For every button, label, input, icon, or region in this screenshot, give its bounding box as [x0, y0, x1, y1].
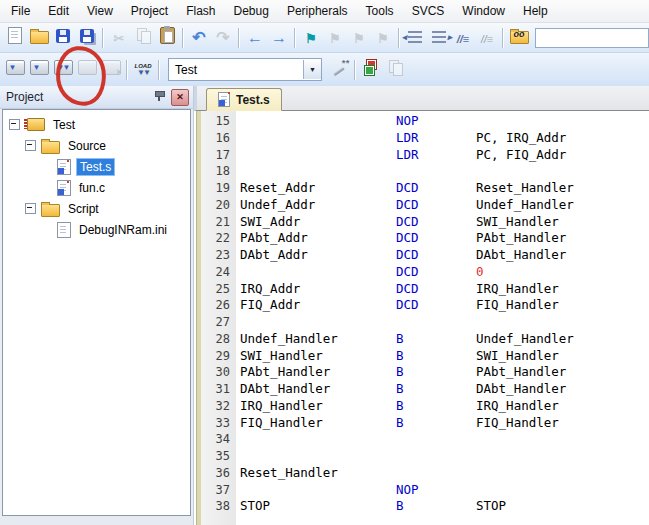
build-toolbar: ▼▼▼▼×LOAD▼▼Test▼	[0, 53, 649, 87]
close-panel-button[interactable]: ✕	[171, 89, 189, 106]
tree-item-debuginram-ini[interactable]: DebugINRam.ini	[3, 219, 190, 240]
next-bookmark-button: ⚑	[347, 27, 371, 49]
tree-item-label: fun.c	[76, 180, 108, 196]
paste-button[interactable]	[155, 27, 179, 49]
code-view[interactable]: 15NOP16LDRPC, IRQ_Addr17LDRPC, FIQ_Addr1…	[194, 113, 649, 515]
options-for-target-button[interactable]	[327, 59, 351, 81]
build-button[interactable]: ▼	[27, 59, 51, 81]
menu-item-project[interactable]: Project	[122, 1, 177, 21]
unindent-button[interactable]: ◂	[403, 27, 427, 49]
tree-item-test-s[interactable]: Test.s	[3, 156, 190, 177]
save-all-button[interactable]	[75, 27, 99, 49]
code-mnemonic: DCD	[396, 180, 476, 197]
indent-button[interactable]: ▸	[427, 27, 451, 49]
code-line: 28Undef_HandlerBUndef_Handler	[194, 331, 649, 348]
download-button[interactable]: LOAD▼▼	[131, 59, 155, 81]
code-label: IRQ_Handler	[240, 398, 396, 415]
tree-item-label: DebugINRam.ini	[76, 222, 170, 238]
toolbar-separator	[502, 28, 504, 48]
code-operand: PAbt_Handler	[476, 230, 566, 247]
code-operand: Reset_Handler	[476, 180, 574, 197]
menu-item-svcs[interactable]: SVCS	[403, 1, 454, 21]
menu-item-edit[interactable]: Edit	[39, 1, 78, 21]
code-label	[240, 147, 396, 164]
tree-item-test[interactable]: Test	[3, 114, 190, 135]
menu-item-view[interactable]: View	[78, 1, 122, 21]
undo-icon: ↶	[192, 29, 205, 47]
code-line: 33FIQ_HandlerBFIQ_Handler	[194, 415, 649, 432]
tree-item-script[interactable]: Script	[3, 198, 190, 219]
code-label: Undef_Handler	[240, 331, 396, 348]
line-number: 27	[194, 314, 240, 331]
code-mnemonic: DCD	[396, 247, 476, 264]
collapse-expander-icon[interactable]	[25, 203, 36, 214]
bookmark-gray-icon: ⚑	[353, 29, 365, 47]
code-label	[240, 482, 396, 499]
code-mnemonic: B	[396, 398, 476, 415]
indent-icon: ▸	[432, 29, 446, 47]
bookmark-icon: ⚑	[305, 29, 317, 47]
code-line: 19Reset_AddrDCDReset_Handler	[194, 180, 649, 197]
menu-item-flash[interactable]: Flash	[177, 1, 224, 21]
undo-button[interactable]: ↶	[187, 27, 211, 49]
chevron-down-icon[interactable]: ▼	[303, 60, 321, 79]
code-line: 21SWI_AddrDCDSWI_Handler	[194, 214, 649, 231]
insert-bookmark-button[interactable]: ⚑	[299, 27, 323, 49]
pin-icon[interactable]	[153, 91, 165, 104]
code-operand: STOP	[476, 498, 506, 515]
line-number: 15	[194, 113, 240, 130]
menu-item-window[interactable]: Window	[453, 1, 514, 21]
cut-icon: ✂	[114, 29, 125, 47]
code-operand: DAbt_Handler	[476, 381, 566, 398]
find-in-files-button[interactable]: oo	[507, 27, 531, 49]
file-src-icon	[57, 159, 71, 175]
editor-body[interactable]: 15NOP16LDRPC, IRQ_Addr17LDRPC, FIQ_Addr1…	[194, 111, 649, 525]
code-line: 27	[194, 314, 649, 331]
code-line: 26FIQ_AddrDCDFIQ_Handler	[194, 297, 649, 314]
line-number: 38	[194, 498, 240, 515]
open-file-button[interactable]	[27, 27, 51, 49]
navigate-forward-button[interactable]: →	[267, 27, 291, 49]
code-label: PAbt_Addr	[240, 230, 396, 247]
line-number: 22	[194, 230, 240, 247]
stop-build-button: ×	[99, 59, 123, 81]
menu-item-peripherals[interactable]: Peripherals	[278, 1, 357, 21]
code-line: 35	[194, 448, 649, 465]
new-file-button[interactable]	[3, 27, 27, 49]
collapse-expander-icon[interactable]	[9, 119, 20, 130]
menu-item-tools[interactable]: Tools	[357, 1, 403, 21]
line-number: 21	[194, 214, 240, 231]
manage-run-time-environment-button[interactable]	[359, 59, 383, 81]
tab-test-s[interactable]: Test.s	[206, 88, 282, 111]
tree-item-label: Test.s	[76, 158, 115, 176]
menu-item-debug[interactable]: Debug	[225, 1, 278, 21]
bookmark-gray-icon: ⚑	[329, 29, 341, 47]
target-selector[interactable]: Test▼	[168, 58, 322, 81]
line-number: 30	[194, 364, 240, 381]
menu-item-file[interactable]: File	[2, 1, 39, 21]
translate-button[interactable]: ▼	[3, 59, 27, 81]
code-operand: SWI_Handler	[476, 348, 559, 365]
code-operand: Undef_Handler	[476, 197, 574, 214]
code-label	[240, 431, 396, 448]
rebuild-button[interactable]: ▼▼	[51, 59, 75, 81]
find-text-input[interactable]	[535, 28, 649, 48]
code-mnemonic: B	[396, 415, 476, 432]
code-mnemonic: DCD	[396, 281, 476, 298]
code-line: 38STOPBSTOP	[194, 498, 649, 515]
collapse-expander-icon[interactable]	[25, 140, 36, 151]
comment-selection-button[interactable]: //≡	[451, 27, 475, 49]
code-operand: PC, IRQ_Addr	[476, 130, 566, 147]
cut-button: ✂	[107, 27, 131, 49]
code-mnemonic: B	[396, 348, 476, 365]
code-mnemonic	[396, 314, 476, 331]
rebuild-icon: ▼▼	[54, 60, 73, 79]
code-label	[240, 314, 396, 331]
line-number: 24	[194, 264, 240, 281]
tree-item-source[interactable]: Source	[3, 135, 190, 156]
navigate-back-button[interactable]: ←	[243, 27, 267, 49]
save-button[interactable]	[51, 27, 75, 49]
open-folder-icon	[30, 27, 49, 48]
menu-item-help[interactable]: Help	[514, 1, 557, 21]
tree-item-fun-c[interactable]: fun.c	[3, 177, 190, 198]
